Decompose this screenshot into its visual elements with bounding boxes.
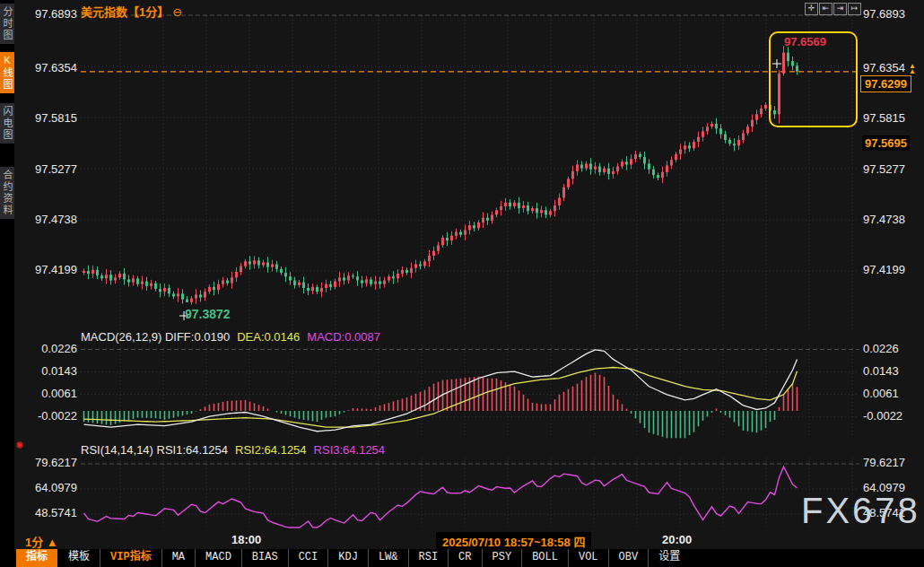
macd-axis-label: 0.0226 <box>863 342 899 356</box>
toolbar-tab-kdj[interactable]: KDJ <box>328 549 369 567</box>
chart-title: 美元指数【1分】⊖ <box>81 3 182 20</box>
macd-axis-label: -0.0022 <box>9 409 77 423</box>
reference-price-tag: 97.5695 <box>862 135 910 151</box>
toolbar-tab-indicators[interactable]: 指标 <box>16 549 57 567</box>
price-axis-label: 97.4199 <box>9 263 77 277</box>
pan-left-icon[interactable]: ⇤ <box>819 3 832 15</box>
toolbar-tab-obv[interactable]: OBV <box>609 549 649 567</box>
pan-right-icon[interactable]: ⇥ <box>833 3 847 15</box>
dropdown-up-icon: ▲ <box>47 536 58 549</box>
price-axis-label: 97.6354 <box>863 61 905 75</box>
time-axis-label: 20:00 <box>662 533 692 546</box>
watermark: FX678 <box>801 491 920 531</box>
price-axis-label: 97.4199 <box>863 263 905 277</box>
price-up-arrow-icon: ▲▲ <box>909 64 916 74</box>
rsi-axis-label: 79.6217 <box>9 456 77 470</box>
toolbar-tab-templates[interactable]: 模板 <box>58 549 100 567</box>
period-tag: 【1分】 <box>127 5 169 19</box>
price-axis-label: 97.5277 <box>863 162 905 177</box>
step-forward-icon[interactable]: ↦ <box>848 3 861 15</box>
candle-time-tooltip: 2025/07/10 18:57~18:58 四 <box>436 532 591 551</box>
trading-app-window: 分时图 K线图 闪电图 合约资料 美元指数【1分】⊖ ✛ ⇤ ⇥ ↦ 97.68… <box>0 0 924 567</box>
current-price-tag: 97.6299 <box>860 75 911 92</box>
symbol-name: 美元指数 <box>81 5 127 19</box>
macd-params: MACD(26,12,9) DIFF:0.0190 <box>81 330 230 344</box>
session-high-label: 97.6569 <box>784 35 826 48</box>
macd-axis-label: -0.0022 <box>863 409 902 423</box>
toolbar-tab-boll[interactable]: BOLL <box>522 549 569 567</box>
toolbar-tab-settings[interactable]: 设置 <box>649 549 690 567</box>
macd-axis-label: 0.0226 <box>9 342 77 356</box>
price-axis-label: 97.6893 <box>9 7 77 22</box>
toolbar-tab-ma[interactable]: MA <box>162 549 196 567</box>
alert-icon: ✺ <box>15 440 23 451</box>
price-axis-label: 97.4738 <box>9 213 77 227</box>
rsi-axis-label: 64.0979 <box>9 481 77 495</box>
toolbar-tab-vol[interactable]: VOL <box>569 549 609 567</box>
toolbar-tab-cci[interactable]: CCI <box>289 549 329 567</box>
toolbar-tab-rsi[interactable]: RSI <box>409 549 449 567</box>
rsi-axis-label: 48.5741 <box>9 506 77 520</box>
rsi-header: RSI(14,14,14) RSI1:64.1254RSI2:64.1254RS… <box>81 443 385 457</box>
toolbar-tab-lw[interactable]: LW& <box>369 549 409 567</box>
price-axis-label: 97.5277 <box>9 162 77 177</box>
rsi-axis-label: 79.6217 <box>863 456 905 470</box>
rsi-params: RSI(14,14,14) RSI1:64.1254 <box>81 443 228 457</box>
period-selector[interactable]: 1分 ▲ <box>25 533 58 550</box>
macd-dea-value: DEA:0.0146 <box>237 330 300 344</box>
price-axis-label: 97.4738 <box>863 213 905 227</box>
macd-axis-label: 0.0143 <box>863 364 899 379</box>
indicator-toolbar: 指标 模板 VIP指标 MA MACD BIAS CCI KDJ LW& RSI… <box>0 549 924 567</box>
session-low-label: 97.3872 <box>185 307 231 321</box>
toolbar-tab-vip-indicators[interactable]: VIP指标 <box>100 549 162 567</box>
crosshair-icon[interactable]: ✛ <box>805 3 818 15</box>
price-axis-label: 97.6893 <box>863 7 905 22</box>
price-axis-label: 97.6354 <box>9 61 77 75</box>
rsi2-value: RSI2:64.1254 <box>235 443 307 457</box>
time-axis-label: 18:00 <box>231 533 261 546</box>
macd-axis-label: 0.0061 <box>863 387 899 401</box>
macd-hist-value: MACD:0.0087 <box>307 330 380 344</box>
toolbar-tab-bias[interactable]: BIAS <box>242 549 289 567</box>
price-axis-label: 97.5815 <box>9 111 77 126</box>
rsi3-value: RSI3:64.1254 <box>314 443 386 457</box>
toolbar-tab-psy[interactable]: PSY <box>483 549 523 567</box>
macd-axis-label: 0.0061 <box>9 387 77 401</box>
macd-header: MACD(26,12,9) DIFF:0.0190DEA:0.0146MACD:… <box>81 330 380 344</box>
collapse-icon[interactable]: ⊖ <box>172 5 182 19</box>
macd-axis-label: 0.0143 <box>9 364 77 379</box>
price-axis-label: 97.5815 <box>863 111 905 126</box>
toolbar-tab-macd[interactable]: MACD <box>196 549 242 567</box>
toolbar-tab-cr[interactable]: CR <box>449 549 482 567</box>
